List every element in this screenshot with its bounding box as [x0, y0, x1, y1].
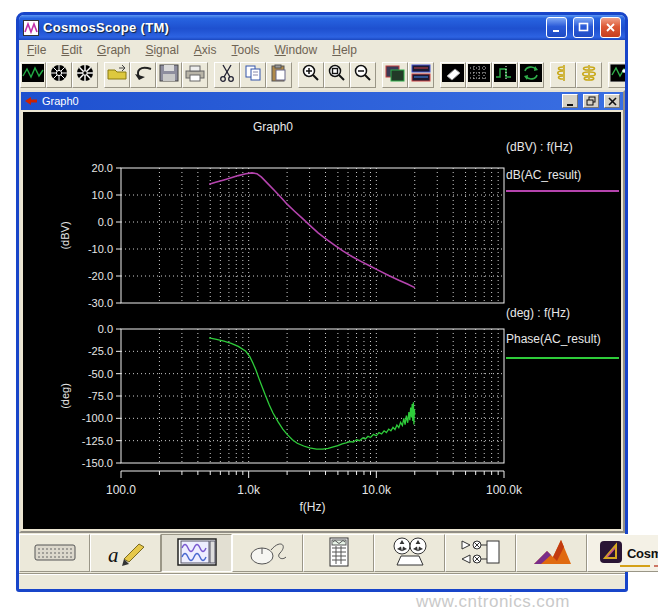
mouse-tools-button[interactable] [232, 534, 303, 572]
menu-graph[interactable]: Graph [97, 43, 130, 57]
signal-manager-button[interactable] [374, 534, 445, 572]
mouse-icon [246, 537, 290, 570]
paste-button[interactable] [266, 62, 292, 88]
graph0-window: Graph0 Graph0 (dBV) : f(Hz) dB(AC_result… [19, 90, 625, 533]
menu-bar: File Edit Graph Signal Axis Tools Window… [19, 40, 625, 59]
svg-text:-75.0: -75.0 [88, 390, 113, 402]
svg-text:-25.0: -25.0 [88, 345, 113, 357]
screenshot-stage: CosmosScope (TM) File Edit Graph Signal … [0, 0, 658, 616]
graph0-titlebar: Graph0 [21, 92, 623, 110]
cosmosscope-logo-button[interactable]: CosmosScope [587, 534, 658, 572]
print-button[interactable] [182, 62, 208, 88]
copy-button[interactable] [240, 62, 266, 88]
graph0-window-icon [24, 92, 38, 110]
zoom-in-button[interactable] [298, 62, 324, 88]
cut-button[interactable] [214, 62, 240, 88]
svg-text:-10.0: -10.0 [88, 243, 113, 255]
stack-graphs-button[interactable] [382, 62, 408, 88]
charts-canvas[interactable]: 20.010.00.0-10.0-20.0-30.0(dBV)0.0-25.0-… [23, 112, 623, 531]
status-bar [19, 573, 625, 587]
svg-text:-20.0: -20.0 [88, 270, 113, 282]
tool-palette: a CosmosScope [19, 533, 625, 573]
probe-filter-1-button[interactable] [550, 62, 576, 88]
menu-window[interactable]: Window [275, 43, 318, 57]
save-floppy-icon [159, 64, 179, 85]
svg-text:f(Hz): f(Hz) [300, 500, 326, 514]
calculator-icon [317, 537, 361, 570]
signal-wheel-1-icon [49, 64, 69, 85]
matlab-button[interactable] [516, 534, 587, 572]
menu-help[interactable]: Help [332, 43, 357, 57]
menu-file[interactable]: File [27, 43, 46, 57]
signal-monitor-button[interactable] [608, 62, 625, 88]
waveform-viewer-button[interactable] [161, 534, 232, 572]
close-button[interactable] [600, 17, 621, 38]
open-folder-icon [106, 64, 128, 85]
logo-color-bars [620, 565, 658, 567]
measure-waveform-button[interactable] [492, 62, 518, 88]
signal-monitor-icon [610, 64, 625, 85]
window-titlebar: CosmosScope (TM) [19, 15, 625, 40]
waveform-viewer-icon [175, 537, 219, 570]
refresh-icon [520, 64, 542, 85]
cosmosscope-logo-icon [599, 540, 623, 567]
waveform-display-button[interactable] [20, 62, 46, 88]
eraser-icon [442, 64, 464, 85]
overlay-graphs-button[interactable] [408, 62, 434, 88]
zoom-area-button[interactable] [324, 62, 350, 88]
save-button[interactable] [156, 62, 182, 88]
probe-filter-2-icon [579, 64, 599, 85]
grid-icon [468, 64, 490, 85]
minimize-button[interactable] [546, 17, 567, 38]
calculator-button[interactable] [303, 534, 374, 572]
redraw-button[interactable] [518, 62, 544, 88]
svg-text:10.0: 10.0 [92, 189, 113, 201]
signal-wheel-2-icon [75, 64, 95, 85]
matlab-icon [530, 537, 574, 570]
svg-text:10.0k: 10.0k [362, 483, 392, 497]
menu-edit[interactable]: Edit [61, 43, 82, 57]
grid-toggle-button[interactable] [466, 62, 492, 88]
svg-text:20.0: 20.0 [92, 162, 113, 174]
signal-wheel-2-button[interactable] [72, 62, 98, 88]
app-icon [23, 20, 39, 36]
svg-text:0.0: 0.0 [98, 216, 113, 228]
graph0-window-title: Graph0 [42, 95, 557, 107]
svg-text:(deg): (deg) [59, 383, 71, 409]
graph0-restore-button[interactable] [583, 94, 599, 108]
measure-waveform-icon [494, 64, 516, 85]
annotate-pencil-icon: a [104, 537, 148, 570]
signal-wheel-1-button[interactable] [46, 62, 72, 88]
watermark-text: www.cntronics.com [416, 592, 570, 612]
svg-text:100.0: 100.0 [106, 483, 136, 497]
circuit-flow-icon [459, 537, 503, 570]
maximize-button[interactable] [573, 17, 594, 38]
undo-button[interactable] [130, 62, 156, 88]
menu-axis[interactable]: Axis [194, 43, 217, 57]
svg-text:1.0k: 1.0k [237, 483, 261, 497]
graph-area[interactable]: Graph0 (dBV) : f(Hz) dB(AC_result) (deg)… [21, 110, 623, 531]
graph0-close-button[interactable] [604, 94, 620, 108]
svg-text:-100.0: -100.0 [82, 412, 113, 424]
erase-button[interactable] [440, 62, 466, 88]
window-title: CosmosScope (TM) [43, 20, 540, 35]
keyboard-button[interactable] [19, 534, 90, 572]
stack-graphs-icon [384, 64, 406, 85]
menu-signal[interactable]: Signal [145, 43, 178, 57]
svg-text:-150.0: -150.0 [82, 457, 113, 469]
main-toolbar [19, 59, 625, 90]
circuit-flow-button[interactable] [445, 534, 516, 572]
zoom-out-button[interactable] [350, 62, 376, 88]
annotate-button[interactable]: a [90, 534, 161, 572]
menu-tools[interactable]: Tools [232, 43, 260, 57]
probe-filter-1-icon [553, 64, 573, 85]
cosmosscope-window: CosmosScope (TM) File Edit Graph Signal … [16, 12, 628, 592]
zoom-out-icon [353, 64, 373, 85]
probe-filter-2-button[interactable] [576, 62, 602, 88]
graph0-minimize-button[interactable] [562, 94, 578, 108]
open-button[interactable] [104, 62, 130, 88]
svg-text:-30.0: -30.0 [88, 297, 113, 309]
cosmosscope-logo-text: CosmosScope [627, 546, 658, 561]
overlay-graphs-icon [410, 64, 432, 85]
svg-text:(dBV): (dBV) [59, 221, 71, 249]
